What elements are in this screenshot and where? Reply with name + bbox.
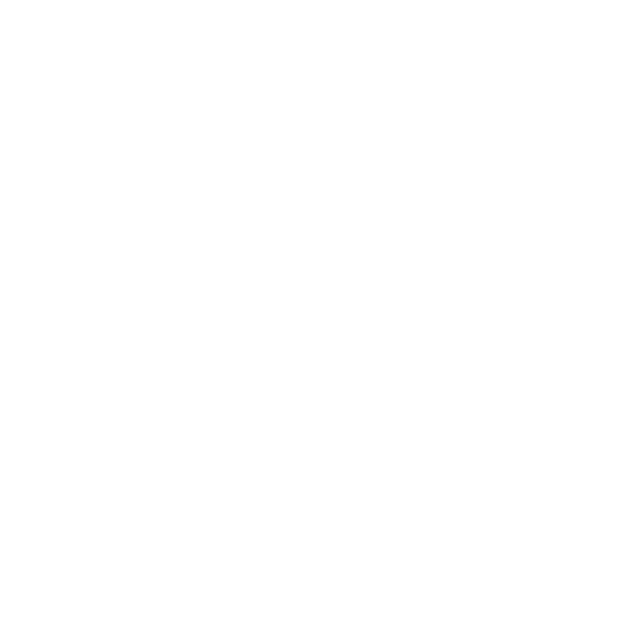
bottleneck-curve-chart [0,0,644,644]
chart-container [0,0,644,644]
